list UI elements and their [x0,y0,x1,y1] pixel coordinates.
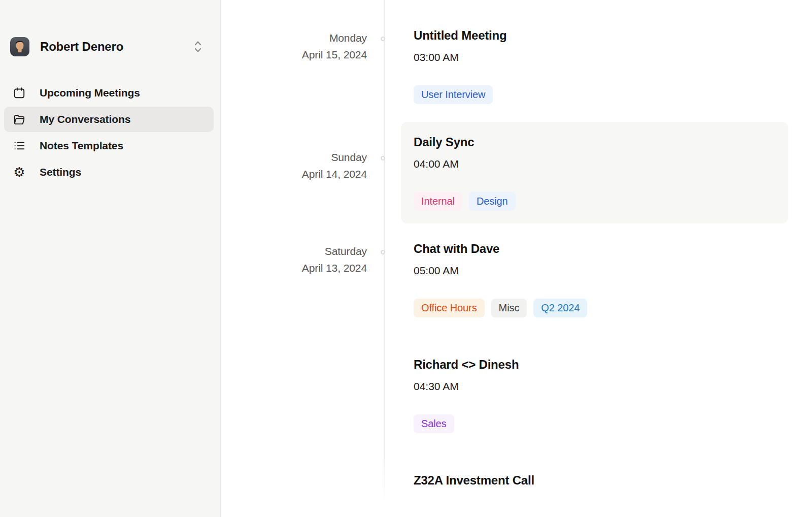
date-group: MondayApril 15, 2024Untitled Meeting03:0… [221,28,812,104]
tag-misc[interactable]: Misc [491,299,527,317]
app-window: Robert Denero Upcoming MeetingsMy Conver… [0,0,812,517]
tag-sales[interactable]: Sales [414,414,454,433]
chevron-up-down-icon[interactable] [194,40,202,53]
sidebar: Robert Denero Upcoming MeetingsMy Conver… [0,0,221,517]
meeting-title: Chat with Dave [414,241,775,256]
meeting-time: 04:30 AM [414,380,775,393]
sidebar-item-label: Notes Templates [40,140,123,152]
meeting-title: Untitled Meeting [414,28,775,43]
date-column: SundayApril 14, 2024 [221,135,384,211]
user-name: Robert Denero [40,40,194,54]
meeting-card[interactable]: Daily Sync04:00 AMInternalDesign [401,122,788,223]
sidebar-item-label: My Conversations [40,113,130,125]
list-icon [13,139,26,152]
tag-office-hours[interactable]: Office Hours [414,299,485,317]
folder-icon [13,113,26,126]
meeting-card[interactable]: Z32A Investment Call [414,473,775,488]
user-profile[interactable]: Robert Denero [10,37,211,56]
sidebar-item-notes-templates[interactable]: Notes Templates [4,133,214,158]
meeting-tags: Sales [414,414,775,433]
sidebar-item-label: Settings [40,166,81,178]
sidebar-item-my-conversations[interactable]: My Conversations [4,107,214,132]
day-label: Saturday [221,243,367,260]
meeting-tags: Office HoursMiscQ2 2024 [414,299,775,317]
meeting-title: Z32A Investment Call [414,473,775,488]
timeline-dot [381,250,385,254]
sidebar-item-settings[interactable]: ⚙Settings [4,159,214,185]
meeting-tags: User Interview [414,85,775,104]
meeting-title: Richard <> Dinesh [414,357,775,372]
date-label: April 15, 2024 [221,46,367,63]
meeting-tags: InternalDesign [414,192,775,211]
date-column: MondayApril 15, 2024 [221,28,384,104]
tag-design[interactable]: Design [469,192,516,211]
date-label: April 13, 2024 [221,260,367,276]
tag-q2-2024[interactable]: Q2 2024 [533,299,587,317]
meeting-title: Daily Sync [414,135,775,150]
sidebar-item-upcoming-meetings[interactable]: Upcoming Meetings [4,80,214,106]
timeline-dot [381,37,385,41]
meetings-column: Daily Sync04:00 AMInternalDesign [384,135,812,211]
meeting-card[interactable]: Untitled Meeting03:00 AMUser Interview [414,28,775,104]
date-label: April 14, 2024 [221,166,367,182]
day-label: Monday [221,29,367,46]
meetings-column: Chat with Dave05:00 AMOffice HoursMiscQ2… [384,241,812,488]
meeting-card[interactable]: Richard <> Dinesh04:30 AMSales [414,357,775,433]
timeline-dot [381,156,385,160]
date-column: SaturdayApril 13, 2024 [221,241,384,488]
date-group: SaturdayApril 13, 2024Chat with Dave05:0… [221,241,812,488]
meeting-card[interactable]: Chat with Dave05:00 AMOffice HoursMiscQ2… [414,241,775,317]
avatar [10,37,29,56]
meeting-groups: MondayApril 15, 2024Untitled Meeting03:0… [221,0,812,488]
sidebar-nav: Upcoming MeetingsMy ConversationsNotes T… [0,80,220,186]
calendar-icon [13,86,26,100]
meeting-time: 04:00 AM [414,157,775,171]
sidebar-item-label: Upcoming Meetings [40,87,140,99]
timeline-view: MondayApril 15, 2024Untitled Meeting03:0… [221,0,812,517]
day-label: Sunday [221,149,367,166]
tag-internal[interactable]: Internal [414,192,462,211]
gear-icon: ⚙ [13,166,26,179]
meeting-time: 05:00 AM [414,264,775,277]
date-group: SundayApril 14, 2024Daily Sync04:00 AMIn… [221,135,812,211]
tag-user-interview[interactable]: User Interview [414,85,493,104]
meetings-column: Untitled Meeting03:00 AMUser Interview [384,28,812,104]
meeting-time: 03:00 AM [414,51,775,64]
